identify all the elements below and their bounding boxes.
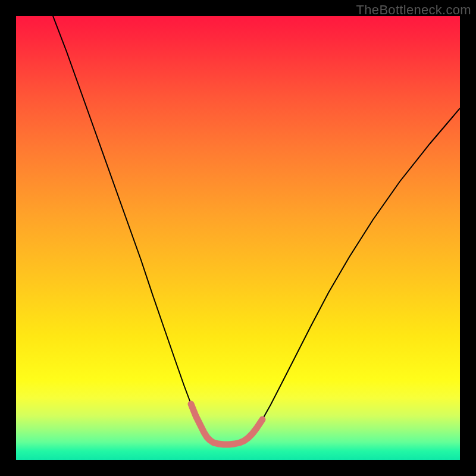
plot-area	[16, 16, 460, 460]
curves-svg	[16, 16, 460, 460]
black-curve	[53, 16, 460, 444]
watermark-text: TheBottleneck.com	[356, 2, 471, 18]
pink-trough	[191, 404, 262, 444]
chart-frame: TheBottleneck.com	[0, 0, 476, 476]
